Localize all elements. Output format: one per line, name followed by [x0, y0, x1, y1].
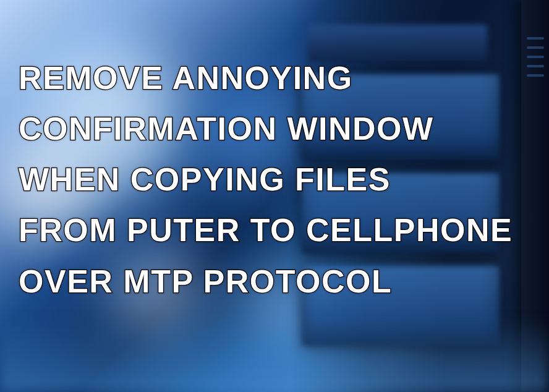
vent-slot	[527, 37, 544, 40]
headline-text: REMOVE ANNOYING CONFIRMATION WINDOW WHEN…	[19, 53, 530, 307]
vent-slot	[527, 46, 544, 49]
bottom-glow	[0, 318, 549, 392]
headline-container: REMOVE ANNOYING CONFIRMATION WINDOW WHEN…	[19, 53, 530, 307]
